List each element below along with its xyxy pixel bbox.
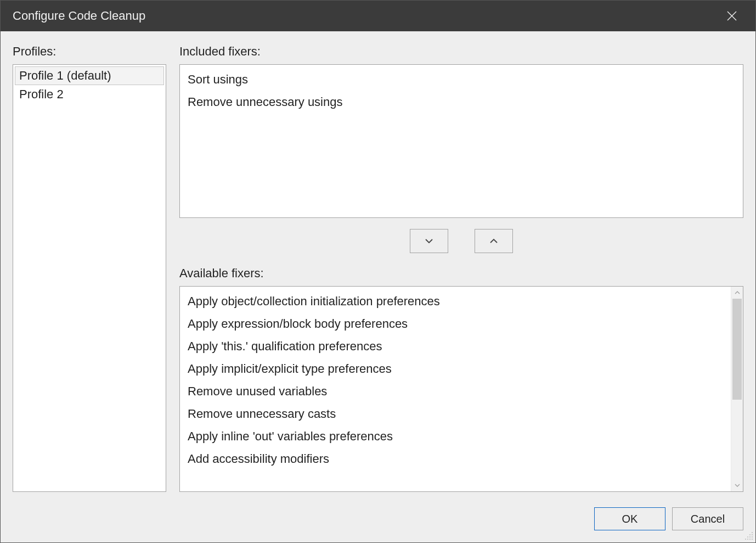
- fixers-column: Included fixers: Sort usings Remove unne…: [179, 44, 743, 492]
- svg-point-5: [747, 536, 748, 538]
- ok-button[interactable]: OK: [594, 507, 665, 530]
- profile-item[interactable]: Profile 2: [15, 85, 164, 104]
- chevron-up-icon: [489, 238, 498, 244]
- profiles-label: Profiles:: [13, 44, 166, 59]
- move-down-button[interactable]: [410, 229, 448, 253]
- list-item[interactable]: Apply implicit/explicit type preferences: [180, 357, 730, 380]
- svg-point-7: [752, 536, 753, 538]
- list-item[interactable]: Add accessibility modifiers: [180, 447, 730, 470]
- available-fixers-list[interactable]: Apply object/collection initialization p…: [179, 286, 743, 492]
- cancel-button[interactable]: Cancel: [672, 507, 743, 530]
- svg-point-2: [752, 532, 753, 533]
- close-button[interactable]: [719, 1, 744, 31]
- close-icon: [727, 11, 737, 21]
- configure-code-cleanup-dialog: Configure Code Cleanup Profiles: Profile…: [0, 0, 756, 543]
- list-item[interactable]: Sort usings: [180, 68, 743, 91]
- dialog-title: Configure Code Cleanup: [13, 9, 719, 23]
- svg-point-3: [749, 534, 751, 535]
- available-fixers-content: Apply object/collection initialization p…: [180, 290, 730, 470]
- profile-item[interactable]: Profile 1 (default): [15, 66, 164, 85]
- profiles-list[interactable]: Profile 1 (default) Profile 2: [13, 64, 166, 492]
- scroll-track[interactable]: [731, 299, 743, 479]
- titlebar: Configure Code Cleanup: [1, 1, 755, 31]
- chevron-down-icon: [425, 238, 433, 244]
- scroll-down-arrow[interactable]: [731, 479, 743, 491]
- available-fixers-label: Available fixers:: [179, 266, 743, 281]
- included-fixers-list[interactable]: Sort usings Remove unnecessary usings: [179, 64, 743, 218]
- list-item[interactable]: Apply object/collection initialization p…: [180, 290, 730, 312]
- dialog-footer: OK Cancel: [1, 497, 755, 542]
- svg-point-6: [749, 536, 751, 538]
- list-item[interactable]: Remove unnecessary casts: [180, 402, 730, 425]
- svg-point-9: [747, 539, 748, 540]
- chevron-up-icon: [735, 290, 740, 295]
- move-buttons-row: [179, 218, 743, 266]
- svg-point-8: [745, 539, 746, 540]
- resize-grip-icon[interactable]: [744, 531, 754, 541]
- list-item[interactable]: Remove unnecessary usings: [180, 91, 743, 113]
- svg-point-11: [752, 539, 753, 540]
- list-item[interactable]: Apply inline 'out' variables preferences: [180, 425, 730, 447]
- svg-point-10: [749, 539, 751, 540]
- scrollbar[interactable]: [731, 287, 743, 491]
- list-item[interactable]: Apply expression/block body preferences: [180, 312, 730, 335]
- included-fixers-label: Included fixers:: [179, 44, 743, 59]
- scroll-up-arrow[interactable]: [731, 287, 743, 299]
- profiles-column: Profiles: Profile 1 (default) Profile 2: [13, 44, 166, 492]
- move-up-button[interactable]: [475, 229, 513, 253]
- chevron-down-icon: [735, 483, 740, 488]
- list-item[interactable]: Remove unused variables: [180, 380, 730, 402]
- list-item[interactable]: Apply 'this.' qualification preferences: [180, 335, 730, 357]
- scroll-thumb[interactable]: [732, 299, 742, 400]
- svg-point-4: [752, 534, 753, 535]
- dialog-content: Profiles: Profile 1 (default) Profile 2 …: [1, 31, 755, 497]
